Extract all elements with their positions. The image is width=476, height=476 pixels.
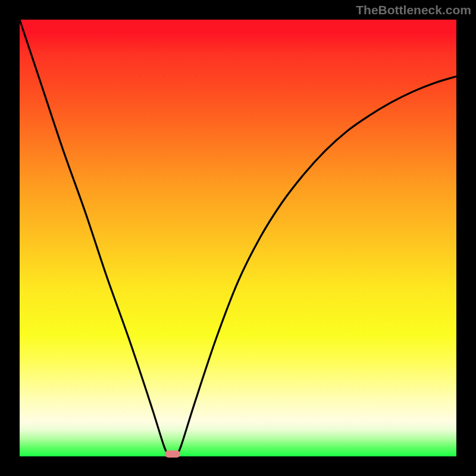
bottleneck-curve <box>20 20 456 456</box>
chart-frame: TheBottleneck.com <box>0 0 476 476</box>
plot-area <box>20 20 456 456</box>
minimum-marker <box>165 450 180 458</box>
watermark-text: TheBottleneck.com <box>356 3 471 17</box>
